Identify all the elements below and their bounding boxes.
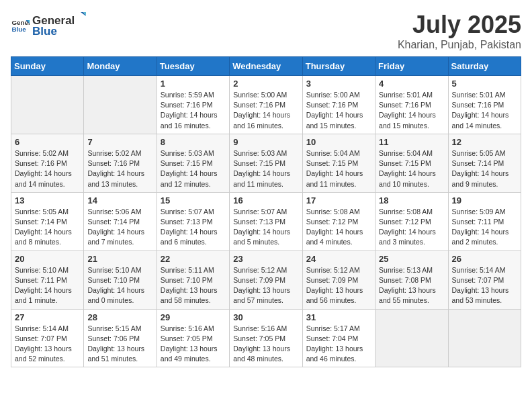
day-detail: Sunrise: 5:12 AM Sunset: 7:09 PM Dayligh… (306, 265, 371, 306)
day-detail: Sunrise: 5:00 AM Sunset: 7:16 PM Dayligh… (306, 90, 371, 131)
day-number: 12 (452, 137, 517, 147)
day-number: 30 (233, 312, 298, 322)
day-number: 24 (306, 254, 371, 264)
day-detail: Sunrise: 5:13 AM Sunset: 7:08 PM Dayligh… (379, 265, 444, 306)
svg-text:Blue: Blue (11, 25, 26, 32)
calendar-cell: 17 Sunrise: 5:08 AM Sunset: 7:12 PM Dayl… (302, 192, 375, 250)
day-number: 6 (15, 137, 80, 147)
day-detail: Sunrise: 5:10 AM Sunset: 7:10 PM Dayligh… (87, 265, 152, 306)
calendar-cell: 21 Sunrise: 5:10 AM Sunset: 7:10 PM Dayl… (84, 250, 157, 309)
day-detail: Sunrise: 5:05 AM Sunset: 7:14 PM Dayligh… (452, 148, 517, 189)
weekday-header: Saturday (448, 57, 521, 76)
calendar-cell: 11 Sunrise: 5:04 AM Sunset: 7:15 PM Dayl… (375, 134, 448, 192)
calendar-cell: 6 Sunrise: 5:02 AM Sunset: 7:16 PM Dayli… (11, 134, 84, 192)
day-number: 1 (161, 79, 226, 89)
day-detail: Sunrise: 5:16 AM Sunset: 7:05 PM Dayligh… (161, 324, 226, 365)
day-number: 20 (15, 254, 80, 264)
day-detail: Sunrise: 5:00 AM Sunset: 7:16 PM Dayligh… (233, 90, 298, 131)
calendar-cell: 30 Sunrise: 5:16 AM Sunset: 7:05 PM Dayl… (230, 309, 302, 367)
calendar-cell (84, 76, 157, 134)
day-number: 25 (379, 254, 444, 264)
calendar-cell: 5 Sunrise: 5:01 AM Sunset: 7:16 PM Dayli… (448, 76, 521, 134)
day-detail: Sunrise: 5:03 AM Sunset: 7:15 PM Dayligh… (161, 148, 226, 189)
calendar-cell: 1 Sunrise: 5:59 AM Sunset: 7:16 PM Dayli… (157, 76, 229, 134)
calendar-cell: 29 Sunrise: 5:16 AM Sunset: 7:05 PM Dayl… (157, 309, 229, 367)
day-number: 28 (87, 312, 152, 322)
calendar-cell: 14 Sunrise: 5:06 AM Sunset: 7:14 PM Dayl… (84, 192, 157, 250)
day-number: 29 (161, 312, 226, 322)
day-detail: Sunrise: 5:01 AM Sunset: 7:16 PM Dayligh… (452, 90, 517, 131)
logo-icon: General Blue (11, 15, 30, 34)
day-number: 26 (452, 254, 517, 264)
calendar-cell: 16 Sunrise: 5:07 AM Sunset: 7:13 PM Dayl… (230, 192, 302, 250)
day-detail: Sunrise: 5:01 AM Sunset: 7:16 PM Dayligh… (379, 90, 444, 131)
day-detail: Sunrise: 5:08 AM Sunset: 7:12 PM Dayligh… (379, 207, 444, 248)
calendar-table: SundayMondayTuesdayWednesdayThursdayFrid… (11, 56, 521, 367)
weekday-header: Monday (84, 57, 157, 76)
day-number: 16 (233, 195, 298, 205)
calendar-cell: 8 Sunrise: 5:03 AM Sunset: 7:15 PM Dayli… (157, 134, 229, 192)
day-detail: Sunrise: 5:04 AM Sunset: 7:15 PM Dayligh… (306, 148, 371, 189)
calendar-week-row: 1 Sunrise: 5:59 AM Sunset: 7:16 PM Dayli… (11, 76, 521, 134)
day-detail: Sunrise: 5:11 AM Sunset: 7:10 PM Dayligh… (161, 265, 226, 306)
day-number: 19 (452, 195, 517, 205)
calendar-cell: 27 Sunrise: 5:14 AM Sunset: 7:07 PM Dayl… (11, 309, 84, 367)
day-number: 18 (379, 195, 444, 205)
day-number: 4 (379, 79, 444, 89)
location-title: Kharian, Punjab, Pakistan (398, 39, 521, 51)
day-number: 7 (87, 137, 152, 147)
day-number: 27 (15, 312, 80, 322)
weekday-header: Sunday (11, 57, 84, 76)
day-detail: Sunrise: 5:05 AM Sunset: 7:14 PM Dayligh… (15, 207, 80, 248)
calendar-cell: 22 Sunrise: 5:11 AM Sunset: 7:10 PM Dayl… (157, 250, 229, 309)
calendar-cell: 18 Sunrise: 5:08 AM Sunset: 7:12 PM Dayl… (375, 192, 448, 250)
day-number: 9 (233, 137, 298, 147)
day-detail: Sunrise: 5:07 AM Sunset: 7:13 PM Dayligh… (161, 207, 226, 248)
day-detail: Sunrise: 5:14 AM Sunset: 7:07 PM Dayligh… (452, 265, 517, 306)
day-number: 23 (233, 254, 298, 264)
day-number: 2 (233, 79, 298, 89)
logo-flag-icon (75, 11, 87, 24)
day-detail: Sunrise: 5:02 AM Sunset: 7:16 PM Dayligh… (87, 148, 152, 189)
calendar-header-row: SundayMondayTuesdayWednesdayThursdayFrid… (11, 57, 521, 76)
calendar-cell: 9 Sunrise: 5:03 AM Sunset: 7:15 PM Dayli… (230, 134, 302, 192)
day-number: 8 (161, 137, 226, 147)
day-detail: Sunrise: 5:07 AM Sunset: 7:13 PM Dayligh… (233, 207, 298, 248)
day-number: 13 (15, 195, 80, 205)
day-number: 5 (452, 79, 517, 89)
calendar-cell (11, 76, 84, 134)
calendar-cell: 19 Sunrise: 5:09 AM Sunset: 7:11 PM Dayl… (448, 192, 521, 250)
calendar-cell: 24 Sunrise: 5:12 AM Sunset: 7:09 PM Dayl… (302, 250, 375, 309)
calendar-week-row: 13 Sunrise: 5:05 AM Sunset: 7:14 PM Dayl… (11, 192, 521, 250)
day-detail: Sunrise: 5:09 AM Sunset: 7:11 PM Dayligh… (452, 207, 517, 248)
day-detail: Sunrise: 5:04 AM Sunset: 7:15 PM Dayligh… (379, 148, 444, 189)
day-detail: Sunrise: 5:06 AM Sunset: 7:14 PM Dayligh… (87, 207, 152, 248)
calendar-cell: 23 Sunrise: 5:12 AM Sunset: 7:09 PM Dayl… (230, 250, 302, 309)
page-header: General Blue General Blue July 2025 Khar… (11, 11, 521, 51)
day-number: 10 (306, 137, 371, 147)
day-number: 17 (306, 195, 371, 205)
weekday-header: Tuesday (157, 57, 229, 76)
weekday-header: Friday (375, 57, 448, 76)
calendar-week-row: 6 Sunrise: 5:02 AM Sunset: 7:16 PM Dayli… (11, 134, 521, 192)
day-detail: Sunrise: 5:17 AM Sunset: 7:04 PM Dayligh… (306, 324, 371, 365)
day-number: 15 (161, 195, 226, 205)
calendar-week-row: 20 Sunrise: 5:10 AM Sunset: 7:11 PM Dayl… (11, 250, 521, 309)
calendar-cell (448, 309, 521, 367)
weekday-header: Thursday (302, 57, 375, 76)
weekday-header: Wednesday (230, 57, 302, 76)
day-detail: Sunrise: 5:16 AM Sunset: 7:05 PM Dayligh… (233, 324, 298, 365)
calendar-cell: 31 Sunrise: 5:17 AM Sunset: 7:04 PM Dayl… (302, 309, 375, 367)
day-number: 21 (87, 254, 152, 264)
calendar-cell: 4 Sunrise: 5:01 AM Sunset: 7:16 PM Dayli… (375, 76, 448, 134)
day-number: 11 (379, 137, 444, 147)
day-detail: Sunrise: 5:02 AM Sunset: 7:16 PM Dayligh… (15, 148, 80, 189)
title-area: July 2025 Kharian, Punjab, Pakistan (398, 11, 521, 51)
calendar-cell: 26 Sunrise: 5:14 AM Sunset: 7:07 PM Dayl… (448, 250, 521, 309)
calendar-cell (375, 309, 448, 367)
calendar-cell: 12 Sunrise: 5:05 AM Sunset: 7:14 PM Dayl… (448, 134, 521, 192)
calendar-week-row: 27 Sunrise: 5:14 AM Sunset: 7:07 PM Dayl… (11, 309, 521, 367)
day-detail: Sunrise: 5:59 AM Sunset: 7:16 PM Dayligh… (161, 90, 226, 131)
day-number: 3 (306, 79, 371, 89)
calendar-cell: 10 Sunrise: 5:04 AM Sunset: 7:15 PM Dayl… (302, 134, 375, 192)
